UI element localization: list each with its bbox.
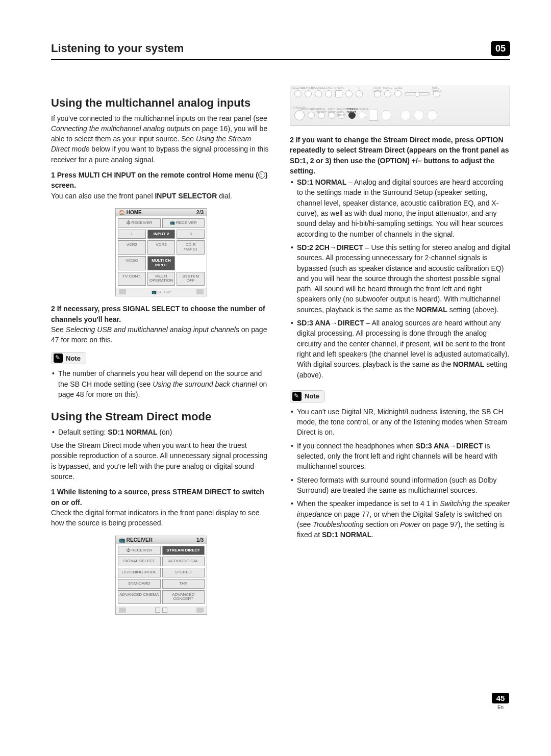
ui-label: NORMAL [416,306,447,314]
default-setting: Default setting: SD:1 NORMAL (on) [51,427,271,437]
panel-label: ROOM SETUP [373,86,382,92]
panel-label: TONE [325,86,332,89]
menu-cell: ADVANCED CONCERT [162,590,205,604]
menu-cell: VCR3 [147,240,176,255]
mode-name: SD:3 ANA→DIRECT [416,442,483,450]
mode-name: SD:3 ANA→DIRECT [297,319,364,327]
arrow-left-icon [119,608,126,613]
right-column: RECEIVER MIDNIGHT LOUDNESS TONE OPTION −… [290,86,510,622]
figure-title: 🏠 HOME [119,210,142,215]
left-column: Using the multichannel analog inputs If … [51,86,271,622]
panel-dial-input-selector [381,110,391,120]
figure-body: ⏻ RECEIVER 📺 RECEIVER 1 INPUT 2 3 VCR2 V… [116,216,207,288]
panel-button [356,90,363,97]
ui-label: NORMAL [453,360,484,368]
note-list-right: You can't use Digital NR, Midnight/Loudn… [290,407,510,540]
page-locale: En [492,704,509,710]
panel-label: MUTE ON/OFF [432,86,442,92]
text: . [371,531,373,539]
menu-cell: LISTENING MODE [118,568,161,577]
text: 1 in [427,499,440,508]
panel-knob [294,110,305,120]
note-list: The number of channels you hear will dep… [51,368,271,399]
panel-label: CLASS [394,86,402,89]
menu-cell: TV CONT. [118,272,146,286]
cross-ref: Selecting USB and multichannel analog in… [66,325,239,334]
menu-cell: SYSTEM OFF [177,272,205,286]
home-small-icon [155,608,160,613]
figure-titlebar: 🏠 HOME 2/3 [116,209,207,216]
panel-button [359,112,366,119]
chapter-number-badge: 05 [491,41,510,56]
panel-button [325,90,332,97]
menu-cell: VIDEO [118,256,146,270]
panel-label: ANALOG AUTO SETUP [337,108,347,117]
text: (on) [158,428,172,436]
figure-page: 1/3 [196,537,204,543]
note-item: You can't use Digital NR, Midnight/Loudn… [290,407,510,438]
section-stream-direct-heading: Using the Stream Direct mode [51,410,271,424]
text: 📺 SETUP [152,290,171,294]
panel-label: − [348,86,350,89]
text: When the speaker impedance is set to 4 [297,499,427,508]
panel-jack [414,110,424,120]
panel-button [315,90,322,97]
chapter-title: Listening to your system [51,42,184,55]
figure-title: 📺 RECEIVER [119,537,153,543]
chapter-header: Listening to your system 05 [51,41,510,56]
panel-button [308,112,315,119]
page: Listening to your system 05 Using the mu… [0,0,551,756]
menu-cell: ⏻ RECEIVER [118,546,161,556]
panel-label: MONITOR [356,108,368,111]
menu-cell: 📺 RECEIVER [162,218,205,228]
figure-footer [116,606,207,614]
arrow-right-icon [196,608,204,613]
panel-label: LOUDNESS [311,86,325,89]
header-rule [51,59,510,60]
step-1-sd-heading: 1 While listening to a source, press STR… [51,487,271,508]
step-2-multichannel: 2 If necessary, press SIGNAL SELECT to c… [51,304,271,345]
panel-jack [427,110,437,120]
text: setting (above). [447,306,498,314]
page-number: 45 [492,693,509,703]
panel-bottom-row: STANDARD ADV.SURROUND SIGNAL SELECT MULT… [294,110,506,121]
front-panel-figure: RECEIVER MIDNIGHT LOUDNESS TONE OPTION −… [290,86,510,125]
step-2-heading: 2 If necessary, press SIGNAL SELECT to c… [51,304,271,324]
arrow-right-icon [196,289,204,294]
panel-label: MCACC [383,86,392,89]
note-item: If you connect the headphones when SD:3 … [290,441,510,472]
return-small-icon [162,608,167,613]
menu-cell: CD-R /TAPE1 [177,240,205,255]
receiver-menu-figure: 📺 RECEIVER 1/3 ⏻ RECEIVERSTREAM DIRECT S… [115,536,207,615]
panel-label: + [359,86,360,89]
cross-ref: Connecting the multichannel analog outpu… [51,124,190,133]
menu-cell: SIGNAL SELECT [118,557,161,566]
menu-cell-multi-ch-input: MULTI CH INPUT [147,256,176,270]
panel-button [345,90,353,97]
menu-cell-stream-direct: STREAM DIRECT [162,546,205,556]
figure-footer-mid: 📺 SETUP [152,290,171,294]
text: If you connect the headphones when [297,442,416,450]
figure-page: 2/3 [196,210,204,215]
cross-ref: Using the surround back channel [153,380,257,388]
arrow-left-icon [119,289,126,294]
panel-button [384,90,391,97]
cross-ref: Power [400,520,420,528]
menu-cell: THX [162,579,205,589]
cross-ref: Troubleshooting [313,520,363,528]
menu-cell: MULTI OPERATION [147,272,176,286]
note-label: Note [305,392,319,400]
note-pill: Note [290,390,325,402]
step-1-heading: 1 Press MULTI CH INPUT on the remote con… [51,170,271,191]
step-1-body: You can also use the front panel INPUT S… [51,191,271,201]
mode-name: SD:1 NORMAL [322,531,371,539]
panel-button [305,90,312,97]
figure-titlebar: 📺 RECEIVER 1/3 [116,536,207,544]
menu-cell: 1 [118,230,146,239]
note-icon [292,392,302,401]
panel-jack [369,110,378,121]
text: See [51,325,66,334]
step-2-body: See Selecting USB and multichannel analo… [51,324,271,345]
note-label: Note [66,355,81,362]
sd1-item: SD:1 NORMAL – Analog and digital sources… [290,177,510,239]
